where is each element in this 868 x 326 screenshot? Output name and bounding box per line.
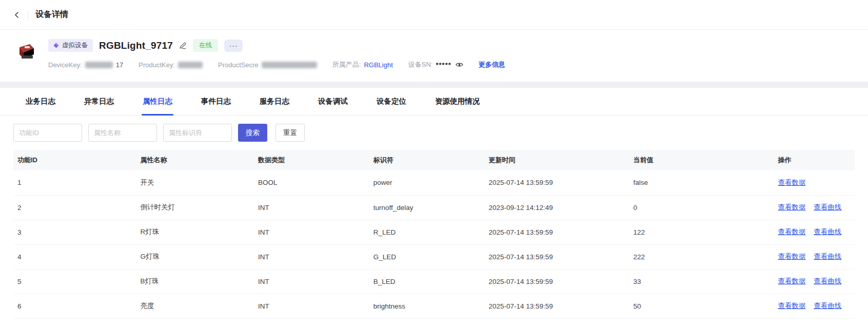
cell-updated: 2025-07-14 13:59:59 — [484, 269, 629, 294]
tab-service-log[interactable]: 服务日志 — [245, 88, 304, 115]
device-key-masked — [85, 62, 113, 68]
cell-identifier: brightness — [369, 294, 485, 318]
cell-property-name: B灯珠 — [136, 269, 254, 294]
cell-actions: 查看数据 查看曲线 — [774, 244, 855, 269]
product-link[interactable]: RGBLight — [364, 61, 392, 69]
filter-bar: 搜索 重置 — [13, 124, 855, 142]
view-data-link[interactable]: 查看数据 — [778, 228, 806, 236]
back-button[interactable] — [13, 11, 21, 18]
view-data-link[interactable]: 查看数据 — [778, 253, 806, 260]
cell-identifier: R_LED — [369, 220, 485, 244]
cell-identifier: B_LED — [369, 269, 485, 294]
table-row: 4 G灯珠 INT G_LED 2025-07-14 13:59:59 222 … — [13, 244, 855, 269]
view-data-link[interactable]: 查看数据 — [778, 277, 806, 285]
header-current-value: 当前值 — [629, 150, 774, 170]
table-row: 2 倒计时关灯 INT turnoff_delay 2023-09-12 14:… — [13, 195, 855, 220]
cell-data-type: INT — [254, 244, 369, 269]
cell-current-value: 122 — [629, 220, 774, 244]
header-function-id: 功能ID — [13, 150, 136, 170]
divider — [28, 11, 28, 19]
cell-current-value: 222 — [629, 244, 774, 269]
product-secret-masked — [262, 62, 317, 68]
cell-updated: 2025-07-14 13:59:59 — [484, 220, 629, 244]
cell-updated: 2023-09-12 14:12:49 — [484, 195, 629, 220]
view-curve-link[interactable]: 查看曲线 — [814, 228, 841, 236]
table-header: 功能ID 属性名称 数据类型 标识符 更新时间 当前值 操作 — [13, 150, 855, 170]
tab-business-log[interactable]: 业务日志 — [11, 88, 70, 115]
view-data-link[interactable]: 查看数据 — [778, 179, 806, 186]
device-info: 虚拟设备 RGBLight_9717 在线 ··· DeviceKey: 17 … — [48, 39, 855, 69]
product-key: ProductKey: — [139, 61, 203, 69]
cell-function-id: 1 — [13, 170, 136, 195]
view-curve-link[interactable]: 查看曲线 — [814, 277, 841, 285]
cell-actions: 查看数据 查看曲线 — [774, 294, 855, 318]
header-data-type: 数据类型 — [254, 150, 369, 170]
main-content: 业务日志 异常日志 属性日志 事件日志 服务日志 设备调试 设备定位 资源使用情… — [0, 88, 868, 326]
product-key-masked — [178, 62, 203, 68]
cell-current-value: 0 — [629, 195, 774, 220]
device-image — [14, 40, 38, 64]
view-curve-link[interactable]: 查看曲线 — [814, 203, 841, 211]
view-data-link[interactable]: 查看数据 — [778, 302, 806, 310]
tab-device-location[interactable]: 设备定位 — [362, 88, 421, 115]
device-sn-value: ***** — [436, 61, 451, 69]
reset-button[interactable]: 重置 — [275, 124, 305, 142]
tab-event-log[interactable]: 事件日志 — [187, 88, 245, 115]
product-secret: ProductSecre — [218, 61, 317, 69]
search-button[interactable]: 搜索 — [238, 124, 267, 142]
cell-actions: 查看数据 — [774, 170, 855, 195]
cell-property-name: R灯珠 — [136, 220, 254, 244]
device-type-label: 虚拟设备 — [62, 41, 88, 50]
cell-function-id: 6 — [13, 294, 136, 318]
cell-current-value: 33 — [629, 269, 774, 294]
cell-data-type: BOOL — [254, 170, 369, 195]
chevron-left-icon — [13, 11, 21, 18]
device-thumbnail — [13, 39, 39, 65]
device-name: RGBLight_9717 — [99, 40, 173, 51]
view-curve-link[interactable]: 查看曲线 — [814, 253, 841, 260]
tab-property-log[interactable]: 属性日志 — [128, 88, 187, 115]
view-curve-link[interactable]: 查看曲线 — [814, 302, 841, 310]
property-name-input[interactable] — [88, 124, 157, 142]
table-row: 5 B灯珠 INT B_LED 2025-07-14 13:59:59 33 查… — [13, 269, 855, 294]
cell-updated: 2025-07-14 13:59:59 — [484, 170, 629, 195]
edit-name-icon[interactable] — [179, 42, 187, 49]
cell-current-value: 50 — [629, 294, 774, 318]
cell-data-type: INT — [254, 269, 369, 294]
page-title: 设备详情 — [35, 9, 68, 20]
more-actions-button[interactable]: ··· — [224, 40, 243, 52]
virtual-device-icon — [53, 43, 59, 48]
reveal-sn-icon[interactable] — [456, 62, 463, 68]
product-label: 所属产品: — [332, 60, 361, 69]
cell-property-name: 倒计时关灯 — [136, 195, 254, 220]
device-type-badge: 虚拟设备 — [48, 39, 93, 52]
header-updated: 更新时间 — [484, 150, 629, 170]
cell-updated: 2025-07-14 13:59:59 — [484, 244, 629, 269]
device-meta-row: DeviceKey: 17 ProductKey: ProductSecre 所… — [48, 60, 855, 69]
cell-identifier: G_LED — [369, 244, 485, 269]
view-data-link[interactable]: 查看数据 — [778, 203, 806, 211]
cell-function-id: 2 — [13, 195, 136, 220]
device-key: DeviceKey: 17 — [48, 61, 123, 69]
device-key-label: DeviceKey: — [48, 61, 82, 69]
function-id-input[interactable] — [13, 124, 82, 142]
product-key-label: ProductKey: — [139, 61, 175, 69]
cell-actions: 查看数据 查看曲线 — [774, 269, 855, 294]
property-log-table: 功能ID 属性名称 数据类型 标识符 更新时间 当前值 操作 1 开关 BOOL… — [13, 150, 855, 319]
cell-actions: 查看数据 查看曲线 — [774, 220, 855, 244]
cell-function-id: 5 — [13, 269, 136, 294]
cell-property-name: 亮度 — [136, 294, 254, 318]
device-sn-label: 设备SN: — [408, 60, 433, 69]
table-row: 6 亮度 INT brightness 2025-07-14 13:59:59 … — [13, 294, 855, 318]
more-info-link[interactable]: 更多信息 — [479, 60, 505, 69]
product-ref: 所属产品: RGBLight — [332, 60, 393, 69]
cell-data-type: INT — [254, 195, 369, 220]
cell-updated: 2025-07-14 13:59:59 — [484, 294, 629, 318]
property-identifier-input[interactable] — [163, 124, 232, 142]
cell-actions: 查看数据 查看曲线 — [774, 195, 855, 220]
cell-function-id: 3 — [13, 220, 136, 244]
status-badge: 在线 — [193, 39, 218, 52]
tab-resource-usage[interactable]: 资源使用情况 — [421, 88, 494, 115]
tab-exception-log[interactable]: 异常日志 — [70, 88, 128, 115]
tab-device-debug[interactable]: 设备调试 — [304, 88, 362, 115]
